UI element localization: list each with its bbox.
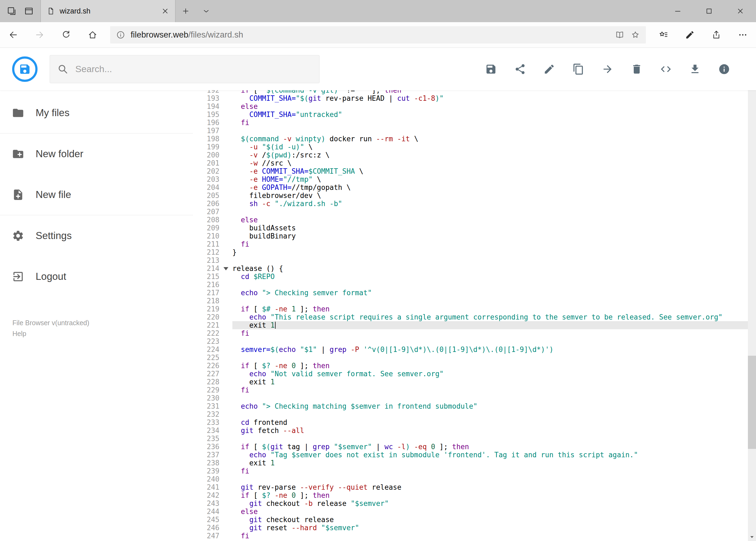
code-line-211[interactable]: 211 fi [193,240,756,248]
search-bar[interactable] [50,55,320,83]
code-line-197[interactable]: 197 [193,127,756,135]
code-line-200[interactable]: 200 -v /$(pwd):/src:z \ [193,151,756,159]
code-line-224[interactable]: 224 semver=$(echo "$1" | grep -P '^v(0|[… [193,345,756,353]
code-line-216[interactable]: 216 [193,280,756,289]
code-line-199[interactable]: 199 -u "$(id -u)" \ [193,143,756,151]
sidebar-item-logout[interactable]: Logout [0,256,193,297]
code-line-227[interactable]: 227 echo "Not valid semver format. See s… [193,370,756,378]
forward-button[interactable] [26,22,53,48]
code-editor[interactable]: 192 if [ "$(command -v git)" != "" ]; th… [193,90,756,541]
code-line-246[interactable]: 246 git reset --hard "$semver" [193,524,756,532]
code-line-244[interactable]: 244 else [193,507,756,516]
code-line-232[interactable]: 232 [193,410,756,418]
scrollbar-thumb[interactable] [748,356,756,449]
code-line-209[interactable]: 209 buildAssets [193,224,756,232]
code-line-195[interactable]: 195 COMMIT_SHA="untracked" [193,111,756,119]
code-line-242[interactable]: 242 if [ $? -ne 0 ]; then [193,491,756,499]
close-window-button[interactable] [725,0,756,22]
code-line-202[interactable]: 202 -e COMMIT_SHA=$COMMIT_SHA \ [193,167,756,175]
vertical-scrollbar[interactable] [748,48,756,541]
add-favorite-button[interactable] [628,26,643,44]
code-line-203[interactable]: 203 -e HOME="//tmp" \ [193,175,756,184]
code-line-236[interactable]: 236 if [ $(git tag | grep "$semver" | wc… [193,443,756,451]
code-line-221[interactable]: 221 exit 1 [193,321,756,329]
copy-button[interactable] [573,63,584,75]
hub-favorites-button[interactable] [650,22,677,48]
code-line-233[interactable]: 233 cd frontend [193,418,756,426]
code-line-247[interactable]: 247 fi [193,532,756,540]
code-line-213[interactable]: 213 [193,256,756,265]
new-tab-button[interactable] [175,0,196,22]
home-button[interactable] [79,22,106,48]
rename-button[interactable] [543,63,555,75]
code-line-214[interactable]: 214release () { [193,265,756,272]
site-info-button[interactable] [113,26,128,44]
code-line-223[interactable]: 223 [193,337,756,345]
code-line-204[interactable]: 204 -e GOPATH=//tmp/gopath \ [193,184,756,192]
close-tab-button[interactable] [161,7,169,15]
code-line-234[interactable]: 234 git fetch --all [193,426,756,435]
search-input[interactable] [75,64,312,74]
scroll-down-button[interactable] [748,533,756,541]
code-line-217[interactable]: 217 echo "> Checking semver format" [193,289,756,297]
download-button[interactable] [689,63,701,75]
code-line-196[interactable]: 196 fi [193,119,756,127]
code-line-208[interactable]: 208 else [193,216,756,224]
delete-button[interactable] [631,63,642,75]
sidebar-item-new-folder[interactable]: New folder [0,134,193,174]
code-line-237[interactable]: 237 echo "Tag $semver does not exist in … [193,451,756,459]
file-info-button[interactable] [718,63,730,75]
code-line-212[interactable]: 212} [193,248,756,256]
minimize-button[interactable] [662,0,693,22]
share-file-button[interactable] [514,63,526,75]
code-line-225[interactable]: 225 [193,353,756,362]
code-line-243[interactable]: 243 git checkout -b release "$semver" [193,499,756,507]
back-button[interactable] [0,22,26,48]
code-line-230[interactable]: 230 [193,394,756,402]
code-line-240[interactable]: 240 [193,475,756,483]
code-line-207[interactable]: 207 [193,208,756,216]
fold-marker[interactable] [219,265,232,272]
code-line-215[interactable]: 215 cd $REPO [193,272,756,280]
address-bar[interactable]: filebrowser.web/files/wizard.sh [110,26,646,44]
code-line-193[interactable]: 193 COMMIT_SHA="$(git rev-parse HEAD | c… [193,94,756,102]
move-button[interactable] [602,63,614,75]
raw-code-button[interactable] [660,63,672,75]
tab-preview-button[interactable] [24,6,34,16]
code-line-194[interactable]: 194 else [193,102,756,111]
code-line-238[interactable]: 238 exit 1 [193,459,756,467]
code-line-220[interactable]: 220 echo "This release script requires a… [193,313,756,321]
code-line-231[interactable]: 231 echo "> Checking matching $semver in… [193,402,756,410]
save-button[interactable] [485,63,497,75]
more-options-button[interactable] [730,22,756,48]
code-line-226[interactable]: 226 if [ $? -ne 0 ]; then [193,362,756,370]
sidebar-item-settings[interactable]: Settings [0,215,193,256]
help-link[interactable]: Help [12,328,26,339]
code-line-241[interactable]: 241 git rev-parse --verify --quiet relea… [193,483,756,491]
code-line-205[interactable]: 205 filebrowser/dev \ [193,192,756,200]
code-line-206[interactable]: 206 sh -c "./wizard.sh -b" [193,200,756,208]
browser-tab[interactable]: wizard.sh [41,0,175,22]
code-line-222[interactable]: 222 fi [193,329,756,337]
reading-view-button[interactable] [612,26,628,44]
maximize-button[interactable] [693,0,725,22]
code-line-239[interactable]: 239 fi [193,467,756,475]
code-line-198[interactable]: 198 $(command -v winpty) docker run --rm… [193,135,756,143]
code-line-192[interactable]: 192 if [ "$(command -v git)" != "" ]; th… [193,90,756,94]
code-line-218[interactable]: 218 [193,297,756,305]
refresh-button[interactable] [53,22,79,48]
sidebar-item-my-files[interactable]: My files [0,92,193,133]
code-line-210[interactable]: 210 buildBinary [193,232,756,240]
share-button[interactable] [703,22,730,48]
line-number: 197 [193,127,219,135]
code-line-235[interactable]: 235 [193,435,756,443]
set-aside-tabs-button[interactable] [6,6,17,16]
code-line-228[interactable]: 228 exit 1 [193,378,756,386]
code-line-219[interactable]: 219 if [ $# -ne 1 ]; then [193,305,756,313]
code-line-245[interactable]: 245 git checkout release [193,516,756,524]
sidebar-item-new-file[interactable]: New file [0,174,193,215]
web-note-button[interactable] [677,22,703,48]
code-line-229[interactable]: 229 fi [193,386,756,394]
show-tab-previews-button[interactable] [196,0,216,22]
code-line-201[interactable]: 201 -w //src \ [193,159,756,167]
